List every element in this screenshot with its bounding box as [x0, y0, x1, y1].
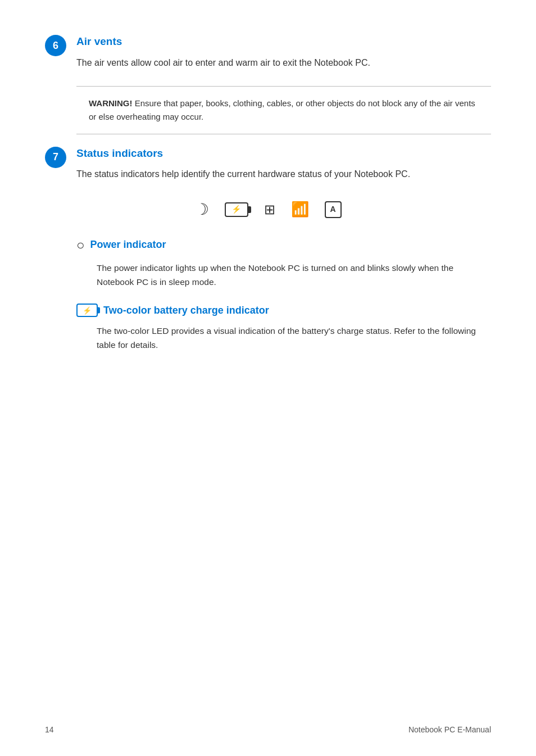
section-body-status-indicators: The status indicators help identify the … — [76, 167, 491, 182]
warning-label: WARNING! — [89, 98, 133, 108]
status-icons-row: ☽ ⚡ ⊞ 📶 A — [45, 198, 491, 221]
section-number-7: 7 — [45, 147, 66, 168]
subsection-battery-indicator: ⚡ Two-color battery charge indicator The… — [76, 303, 491, 352]
subsection-power-indicator: ○ Power indicator The power indicator li… — [76, 235, 491, 289]
caps-lock-icon: A — [325, 201, 342, 218]
battery-subsection-icon: ⚡ — [76, 304, 98, 317]
section-status-indicators: 7 Status indicators The status indicator… — [45, 146, 491, 182]
power-icon: ☽ — [195, 198, 209, 221]
wifi-icon: 📶 — [291, 198, 309, 220]
footer-page-number: 14 — [45, 724, 54, 736]
section-number-6: 6 — [45, 35, 66, 56]
power-indicator-body: The power indicator lights up when the N… — [97, 261, 491, 289]
section-content-air-vents: Air vents The air vents allow cool air t… — [76, 34, 491, 70]
battery-indicator-title: Two-color battery charge indicator — [103, 303, 269, 318]
footer-book-title: Notebook PC E-Manual — [408, 724, 491, 736]
section-content-status-indicators: Status indicators The status indicators … — [76, 146, 491, 182]
section-title-air-vents: Air vents — [76, 34, 491, 50]
section-body-air-vents: The air vents allow cool air to enter an… — [76, 56, 491, 70]
power-indicator-header: ○ Power indicator — [76, 235, 491, 255]
hdd-icon: ⊞ — [264, 200, 275, 220]
page: 6 Air vents The air vents allow cool air… — [0, 0, 536, 756]
power-subsection-icon: ○ — [76, 235, 85, 255]
battery-indicator-header: ⚡ Two-color battery charge indicator — [76, 303, 491, 318]
page-footer: 14 Notebook PC E-Manual — [45, 724, 491, 736]
battery-bolt: ⚡ — [231, 203, 241, 215]
warning-text: Ensure that paper, books, clothing, cabl… — [89, 98, 475, 121]
battery-indicator-body: The two-color LED provides a visual indi… — [97, 324, 491, 352]
section-air-vents: 6 Air vents The air vents allow cool air… — [45, 34, 491, 70]
warning-box: WARNING! Ensure that paper, books, cloth… — [76, 86, 491, 134]
section-title-status-indicators: Status indicators — [76, 146, 491, 162]
power-indicator-title: Power indicator — [90, 237, 166, 252]
battery-charge-icon: ⚡ — [225, 202, 248, 217]
battery-bolt-blue: ⚡ — [83, 305, 92, 316]
